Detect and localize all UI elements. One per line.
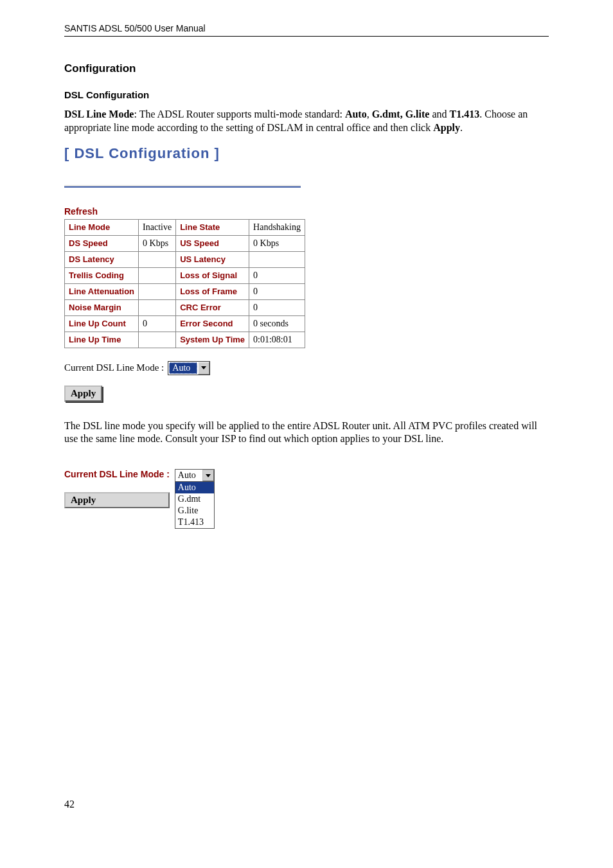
line-mode-select[interactable]: Auto <box>168 361 210 375</box>
dsl-status-table: Line Mode Inactive Line State Handshakin… <box>64 219 305 348</box>
table-row: Trellis Coding Loss of Signal 0 <box>65 267 305 283</box>
mode-label: Current DSL Line Mode : <box>64 362 164 373</box>
mode-label: Current DSL Line Mode : <box>64 469 170 479</box>
table-row: DS Latency US Latency <box>65 251 305 267</box>
table-row: Noise Margin CRC Error 0 <box>65 299 305 315</box>
option-auto[interactable]: Auto <box>175 482 214 493</box>
label-dsl-line-mode: DSL Line Mode <box>64 109 134 120</box>
chevron-down-icon[interactable] <box>198 362 209 375</box>
table-row: DS Speed 0 Kbps US Speed 0 Kbps <box>65 235 305 251</box>
document-header: SANTIS ADSL 50/500 User Manual <box>64 23 549 37</box>
panel-title: [ DSL Configuration ] <box>64 145 549 188</box>
cell-label: Line Mode <box>65 219 139 235</box>
subsection-title: DSL Configuration <box>64 89 549 100</box>
apply-button[interactable]: Apply <box>64 492 170 508</box>
page-number: 42 <box>64 799 549 810</box>
section-title: Configuration <box>64 62 549 75</box>
apply-button[interactable]: Apply <box>64 385 102 402</box>
option-glite[interactable]: G.lite <box>175 505 214 517</box>
line-mode-select-expanded[interactable]: Auto Auto G.dmt G.lite T1.413 <box>175 469 215 529</box>
option-gdmt[interactable]: G.dmt <box>175 493 214 505</box>
line-mode-selected: Auto <box>175 470 202 481</box>
cell-label: Line State <box>176 219 249 235</box>
cell-value: Inactive <box>139 219 176 235</box>
intro-paragraph: DSL Line Mode: The ADSL Router supports … <box>64 108 549 135</box>
footnote-text: The DSL line mode you specify will be ap… <box>64 420 549 447</box>
cell-value: Handshaking <box>249 219 305 235</box>
table-row: Line Attenuation Loss of Frame 0 <box>65 283 305 299</box>
option-t1413[interactable]: T1.413 <box>175 517 214 528</box>
table-row: Line Mode Inactive Line State Handshakin… <box>65 219 305 235</box>
table-row: Line Up Count 0 Error Second 0 seconds <box>65 315 305 332</box>
chevron-down-icon[interactable] <box>202 470 214 481</box>
table-row: Line Up Time System Up Time 0:01:08:01 <box>65 332 305 348</box>
line-mode-selected: Auto <box>169 362 197 374</box>
refresh-link[interactable]: Refresh <box>64 206 98 217</box>
